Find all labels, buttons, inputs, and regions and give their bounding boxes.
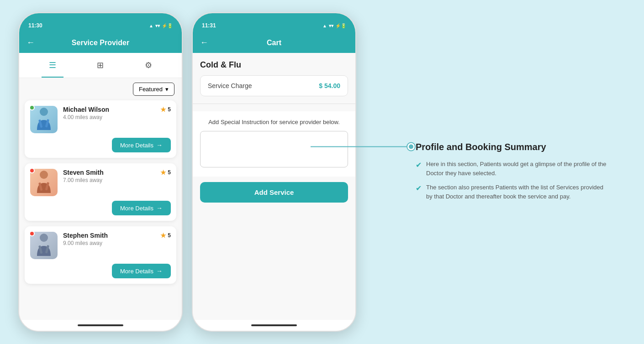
special-instruction-section: Add Special Instruction for service prov… [193, 111, 355, 177]
phone-service-provider: 11:30 ▲ ▾▾ ⚡🔋 ← Service Provider ☰ ⊞ [18, 12, 183, 332]
tab-list[interactable]: ☰ [42, 57, 63, 73]
svg-point-6 [40, 234, 48, 242]
status-bar-2: 11:31 ▲ ▾▾ ⚡🔋 [193, 13, 355, 33]
more-details-stephen[interactable]: More Details → [112, 264, 171, 278]
more-details-michael[interactable]: More Details → [112, 138, 171, 152]
annotation-text-1: Here in this section, Patients would get… [426, 160, 607, 177]
avatar-steven [30, 169, 58, 196]
wifi-icon-2: ▾▾ [329, 23, 333, 28]
grid-icon: ⊞ [97, 61, 104, 70]
provider-info-steven: Steven Smith 7.00 miles away [63, 169, 160, 183]
location-arrow-icon: ▲ [149, 23, 153, 28]
check-icon-1: ✔ [416, 161, 422, 177]
provider-distance-steven: 7.00 miles away [63, 177, 160, 183]
status-dot-steven [29, 168, 35, 173]
star-icon-steven: ★ [160, 169, 166, 176]
back-button-1[interactable]: ← [26, 38, 35, 47]
tab-filter[interactable]: ⚙ [137, 57, 159, 73]
divider-line [193, 104, 355, 104]
time-1: 11:30 [28, 22, 42, 29]
avatar-wrap-stephen [30, 232, 58, 259]
svg-point-0 [40, 108, 48, 116]
back-button-2[interactable]: ← [200, 38, 208, 47]
connector-dot [407, 143, 415, 151]
featured-label: Featured [139, 86, 163, 93]
location-arrow-icon-2: ▲ [322, 23, 327, 28]
provider-card-stephen-smith: Stephen Smith 9.00 miles away ★ 5 More D… [25, 226, 176, 284]
featured-dropdown[interactable]: Featured ▾ [133, 83, 174, 96]
service-charge-box: Service Charge $ 54.00 [200, 75, 348, 96]
phone1-body: ☰ ⊞ ⚙ Featured ▾ [19, 53, 182, 320]
annotation-item-2: ✔ The section also presents Patients wit… [416, 183, 607, 201]
battery-icon: ⚡🔋 [162, 23, 173, 28]
arrow-icon-stephen: → [156, 267, 163, 275]
cart-section-title: Cold & Flu [193, 53, 355, 75]
add-service-button[interactable]: Add Service [200, 182, 348, 203]
provider-name-stephen: Stephen Smith [63, 232, 160, 239]
status-icons-1: ▲ ▾▾ ⚡🔋 [149, 23, 173, 28]
provider-distance-michael: 4.00 miles away [63, 114, 160, 120]
svg-point-3 [40, 171, 48, 179]
status-dot-stephen [29, 231, 35, 236]
provider-distance-stephen: 9.00 miles away [63, 240, 160, 246]
annotation-section: Profile and Booking Summary ✔ Here in th… [416, 138, 607, 206]
avatar-michael [30, 106, 58, 133]
header-title-2: Cart [214, 39, 334, 47]
status-bar-1: 11:30 ▲ ▾▾ ⚡🔋 [19, 13, 182, 33]
tab-bar: ☰ ⊞ ⚙ [19, 53, 182, 78]
phone1-header: ← Service Provider [19, 33, 182, 53]
arrow-icon-michael: → [156, 141, 163, 149]
avatar-stephen [30, 232, 58, 259]
annotation-title: Profile and Booking Summary [416, 142, 607, 152]
home-indicator-1 [78, 324, 123, 326]
annotation-text-2: The section also presents Patients with … [426, 183, 607, 201]
arrow-icon-steven: → [156, 204, 163, 212]
status-dot-michael [29, 105, 35, 110]
header-title-1: Service Provider [40, 39, 161, 47]
avatar-wrap-steven [30, 169, 58, 196]
battery-icon-2: ⚡🔋 [335, 23, 346, 28]
star-icon-stephen: ★ [160, 232, 166, 239]
check-icon-2: ✔ [416, 184, 422, 201]
chevron-down-icon: ▾ [165, 86, 169, 93]
instruction-title: Add Special Instruction for service prov… [200, 119, 348, 125]
provider-card-michael-wilson: Michael Wilson 4.00 miles away ★ 5 More … [25, 100, 176, 158]
phone2-bottom-bar [193, 320, 355, 331]
provider-list: Michael Wilson 4.00 miles away ★ 5 More … [19, 100, 182, 293]
wifi-icon: ▾▾ [155, 23, 160, 28]
time-2: 11:31 [202, 22, 216, 29]
tab-grid[interactable]: ⊞ [90, 57, 111, 73]
rating-stephen: ★ 5 [160, 232, 171, 239]
instruction-textarea[interactable] [200, 131, 348, 167]
phone2-header: ← Cart [193, 33, 355, 53]
phone1-bottom-bar [19, 320, 182, 331]
provider-name-michael: Michael Wilson [63, 106, 160, 113]
annotation-item-1: ✔ Here in this section, Patients would g… [416, 160, 607, 177]
star-icon-michael: ★ [160, 106, 166, 113]
filter-row: Featured ▾ [19, 78, 182, 100]
rating-steven: ★ 5 [160, 169, 171, 176]
phone-cart: 11:31 ▲ ▾▾ ⚡🔋 ← Cart Cold & Flu Service … [192, 12, 356, 332]
provider-info-stephen: Stephen Smith 9.00 miles away [63, 232, 160, 246]
rating-michael: ★ 5 [160, 106, 171, 113]
avatar-wrap-michael [30, 106, 58, 133]
status-icons-2: ▲ ▾▾ ⚡🔋 [322, 23, 346, 28]
service-charge-amount: $ 54.00 [319, 82, 340, 89]
provider-card-steven-smith: Steven Smith 7.00 miles away ★ 5 More De… [25, 163, 176, 221]
filter-icon: ⚙ [145, 61, 152, 70]
phone2-body: Cold & Flu Service Charge $ 54.00 Add Sp… [193, 53, 355, 320]
list-icon: ☰ [49, 61, 56, 70]
more-details-steven[interactable]: More Details → [112, 201, 171, 215]
home-indicator-2 [251, 324, 297, 326]
connector-line [311, 146, 411, 147]
service-charge-label: Service Charge [208, 82, 252, 89]
provider-info-michael: Michael Wilson 4.00 miles away [63, 106, 160, 120]
provider-name-steven: Steven Smith [63, 169, 160, 176]
